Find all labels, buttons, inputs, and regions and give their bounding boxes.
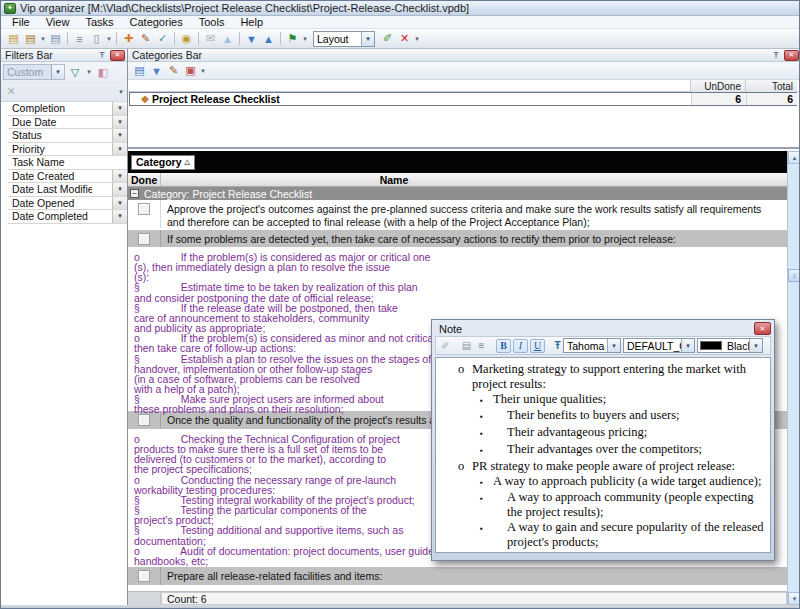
filter-row-completion[interactable]: Completion ▾ (8, 102, 127, 116)
layout-combo[interactable]: Layout ▾ (313, 31, 375, 47)
scrollbar-thumb[interactable]: ≡ (788, 269, 800, 282)
charset-combo[interactable]: DEFAULT_CH ▾ (623, 338, 695, 353)
print-icon[interactable]: ≡ (71, 31, 88, 47)
done-column-header[interactable]: Done (128, 173, 161, 186)
filter-row-date-completed[interactable]: Date Completed ▾ (8, 210, 127, 224)
delete-category-icon[interactable]: ▣ (182, 63, 199, 79)
task-checkbox[interactable] (138, 203, 150, 215)
note-print-icon[interactable]: ≡ (474, 338, 489, 353)
italic-icon[interactable]: I (513, 339, 528, 353)
toolbar-overflow-icon[interactable]: ▾ (413, 35, 421, 43)
task-checkbox[interactable] (138, 570, 150, 582)
categories-pin-icon[interactable]: Ŧ (770, 50, 782, 60)
apply-filter-icon[interactable]: ▽ (67, 65, 83, 80)
clear-filter-icon[interactable]: ✕ (3, 84, 19, 99)
font-color-combo[interactable]: Black ▾ (697, 338, 763, 353)
layout-combo-dropdown-icon[interactable]: ▾ (361, 32, 374, 46)
filter-row-date-last-modified[interactable]: Date Last Modified ▾ (8, 183, 127, 197)
collapse-all-icon[interactable]: ▲ (260, 31, 277, 47)
expand-all-icon[interactable]: ▼ (243, 31, 260, 47)
title-bar[interactable]: ✦ Vip organizer [M:\Vlad\Checklists\Proj… (1, 1, 800, 16)
menu-tasks[interactable]: Tasks (77, 16, 121, 28)
font-name-combo[interactable]: Tahoma ▾ (563, 338, 621, 353)
charset-dropdown-icon[interactable]: ▾ (681, 339, 694, 352)
move-up-icon[interactable]: ▲ (219, 31, 236, 47)
note-content[interactable]: oMarketing strategy to support entering … (435, 357, 771, 553)
flag-icon[interactable]: ⚑ (284, 31, 301, 47)
category-row-project-release-checklist[interactable]: ❖ Project Release Checklist 6 6 (129, 92, 797, 106)
menu-tools[interactable]: Tools (191, 16, 233, 28)
filter-dropdown-icon[interactable]: ▾ (112, 170, 127, 183)
font-name-dropdown-icon[interactable]: ▾ (607, 339, 620, 352)
edit-task-icon[interactable]: ✎ (137, 31, 154, 47)
filter-preset-dropdown-icon[interactable]: ▾ (51, 65, 64, 79)
name-column-header[interactable]: Name (161, 173, 627, 186)
filter-dropdown-icon[interactable]: ▾ (112, 102, 127, 115)
filters-close-icon[interactable]: ✕ (110, 50, 125, 61)
categories-toolbar-overflow-icon[interactable]: ▾ (199, 67, 207, 75)
filters-toolbar-overflow-icon[interactable]: ▾ (117, 88, 125, 96)
task-row-4[interactable]: Prepare all release-related facilities a… (128, 567, 787, 587)
task-checkbox[interactable] (138, 233, 150, 245)
save-database-icon[interactable]: ▤ (47, 31, 64, 47)
font-color-dropdown-icon[interactable]: ▾ (749, 339, 762, 352)
eraser-icon[interactable]: ◧ (95, 65, 111, 80)
vertical-scrollbar[interactable]: ▴ ≡ ▾ (787, 151, 800, 605)
new-subcategory-icon[interactable]: ▼ (148, 63, 165, 79)
view-notes-icon[interactable]: ◉ (178, 31, 195, 47)
group-row[interactable]: − Category: Project Release Checklist (128, 187, 787, 200)
task-row-2[interactable]: If some problems are detected yet, then … (128, 230, 787, 249)
note-window[interactable]: Note ✕ ✐ ▤ ≡ B I U Ŧ Tahoma ▾ DEFAULT_CH… (431, 319, 775, 561)
new-category-icon[interactable]: ▤ (131, 63, 148, 79)
font-color-value: Black (724, 340, 749, 352)
filter-row-due-date[interactable]: Due Date ▾ (8, 116, 127, 130)
open-database-dropdown-icon[interactable]: ▾ (39, 35, 47, 43)
page-setup-icon[interactable]: ▤ (459, 338, 474, 353)
customize-layout-icon[interactable]: ✐ (379, 31, 396, 47)
filter-dropdown-icon[interactable]: ▾ (112, 143, 127, 156)
underline-icon[interactable]: U (530, 339, 545, 353)
scroll-down-icon[interactable]: ▾ (788, 592, 800, 605)
total-column-header[interactable]: Total (745, 80, 797, 92)
category-column-button[interactable]: Category △ (131, 155, 195, 170)
task-row-1[interactable]: Approve the project's outcomes against t… (128, 200, 787, 230)
undone-column-header[interactable]: UnDone (690, 80, 745, 92)
filter-row-task-name[interactable]: Task Name (8, 156, 127, 170)
new-database-icon[interactable]: ▤ (5, 31, 22, 47)
new-task-icon[interactable]: ✚ (120, 31, 137, 47)
note-close-icon[interactable]: ✕ (754, 322, 771, 335)
note-title-bar[interactable]: Note ✕ (432, 320, 774, 336)
filter-dropdown-icon[interactable]: ▾ (112, 197, 127, 210)
filter-row-priority[interactable]: Priority ▾ (8, 143, 127, 157)
align-left-icon[interactable]: ≡ (769, 338, 771, 353)
scroll-up-icon[interactable]: ▴ (788, 151, 800, 164)
edit-category-icon[interactable]: ✎ (165, 63, 182, 79)
open-database-icon[interactable]: ▤ (22, 31, 39, 47)
menu-categories[interactable]: Categories (122, 16, 191, 28)
filter-row-date-opened[interactable]: Date Opened ▾ (8, 197, 127, 211)
close-layout-icon[interactable]: ✕ (396, 31, 413, 47)
task-checkbox[interactable] (138, 414, 150, 426)
filter-row-date-created[interactable]: Date Created ▾ (8, 170, 127, 184)
filter-dropdown-icon[interactable]: ▾ (112, 116, 127, 129)
print-preview-icon[interactable]: ▯ (88, 31, 105, 47)
send-email-icon[interactable]: ✉ (202, 31, 219, 47)
filter-row-status[interactable]: Status ▾ (8, 129, 127, 143)
menu-bar: File View Tasks Categories Tools Help (1, 16, 800, 29)
menu-file[interactable]: File (4, 16, 38, 28)
categories-close-icon[interactable]: ✕ (784, 50, 799, 61)
collapse-group-icon[interactable]: − (130, 189, 139, 198)
filter-preset-combo[interactable]: Custom ▾ (3, 64, 65, 80)
bold-icon[interactable]: B (496, 339, 511, 353)
filter-dropdown-icon[interactable]: ▾ (112, 129, 127, 142)
filter-dropdown-icon[interactable]: ▾ (112, 210, 127, 223)
filter-dropdown-icon[interactable]: ▾ (112, 183, 127, 196)
print-group-overflow-icon[interactable]: ▾ (105, 35, 113, 43)
flag-dropdown-icon[interactable]: ▾ (301, 35, 309, 43)
menu-help[interactable]: Help (232, 16, 271, 28)
apply-filter-dropdown-icon[interactable]: ▾ (85, 68, 93, 76)
spell-check-icon[interactable]: ✓ (154, 31, 171, 47)
filters-pin-icon[interactable]: Ŧ (96, 50, 108, 60)
menu-view[interactable]: View (38, 16, 78, 28)
magic-wand-icon[interactable]: ✐ (438, 338, 453, 353)
